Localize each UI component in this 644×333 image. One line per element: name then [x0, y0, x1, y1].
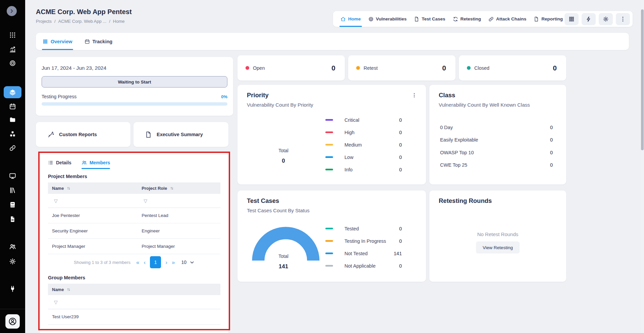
- sidebar-expand-button[interactable]: [7, 6, 17, 16]
- nav-tab-vulnerabilities[interactable]: Vulnerabilities: [368, 11, 407, 27]
- home-icon: [340, 16, 346, 22]
- legend-item-medium[interactable]: Medium 0: [325, 138, 426, 151]
- donut-center: Total 141: [267, 254, 300, 270]
- card-menu-button[interactable]: [410, 91, 419, 100]
- page-size-select[interactable]: 10: [181, 260, 195, 265]
- first-page-button[interactable]: «: [136, 260, 139, 265]
- books-icon: [9, 187, 16, 194]
- member-name: Joe Pentester: [48, 213, 138, 218]
- nav-tab-test-cases[interactable]: Test Cases: [414, 11, 445, 27]
- sidebar-item-projects-active[interactable]: [4, 86, 21, 98]
- column-header-name[interactable]: Name↑↓: [48, 287, 220, 292]
- sidebar-item-apps[interactable]: [0, 29, 25, 41]
- tab-members[interactable]: Members: [82, 160, 110, 169]
- nav-tab-retesting[interactable]: Retesting: [453, 11, 481, 27]
- last-page-button[interactable]: »: [172, 260, 175, 265]
- legend-item-not-applicable[interactable]: Not Applicable 0: [325, 260, 426, 272]
- view-retesting-button[interactable]: View Retesting: [476, 241, 520, 254]
- nav-tab-attack-chains[interactable]: Attack Chains: [488, 11, 526, 27]
- legend-value: 0: [399, 130, 402, 135]
- sidebar-item-files[interactable]: [0, 113, 25, 125]
- group-members-filter-row: ▽: [48, 295, 220, 309]
- sidebar-item-plugins[interactable]: [0, 283, 25, 295]
- schedule-card: Jun 17, 2024 - Jun 23, 2024 Waiting to S…: [36, 57, 233, 116]
- page-size-value: 10: [181, 260, 186, 265]
- table-row[interactable]: Project Manager Project Manager: [48, 239, 220, 254]
- legend-item-low[interactable]: Low 0: [325, 151, 426, 163]
- nav-action-buttons: [565, 13, 630, 25]
- column-label: Name: [52, 287, 64, 292]
- sidebar-item-runbooks[interactable]: [0, 199, 25, 211]
- quick-actions-button[interactable]: [582, 13, 596, 25]
- legend-item-critical[interactable]: Critical 0: [325, 114, 426, 126]
- sidebar-item-library[interactable]: [0, 184, 25, 196]
- class-value: 0: [550, 125, 553, 130]
- column-header-project-role[interactable]: Project Role↑↓: [138, 186, 220, 191]
- nav-tab-home[interactable]: Home: [340, 11, 361, 27]
- legend-swatch: [325, 119, 333, 121]
- status-dot: [467, 66, 471, 70]
- document-icon: [145, 131, 152, 138]
- filter-icon[interactable]: ▽: [54, 198, 58, 204]
- tab-details[interactable]: Details: [48, 160, 71, 169]
- file-icon: [9, 216, 16, 223]
- nav-tab-reporting[interactable]: Reporting: [534, 11, 563, 27]
- tab-overview[interactable]: Overview: [43, 33, 72, 50]
- legend-label: Medium: [344, 142, 362, 148]
- filter-icon[interactable]: ▽: [144, 198, 147, 204]
- status-count: 0: [442, 64, 446, 72]
- scrollbar-thumb[interactable]: [641, 9, 644, 150]
- legend-item-not-tested[interactable]: Not Tested 141: [325, 247, 426, 260]
- pagination: Showing 1 to 3 of 3 members « ‹ 1 › » 10: [48, 254, 220, 270]
- sort-icon: ↑↓: [67, 186, 69, 190]
- settings-button[interactable]: [599, 13, 613, 25]
- member-name: Security Engineer: [48, 228, 138, 233]
- document-icon: [534, 16, 539, 22]
- status-badge: Waiting to Start: [42, 76, 227, 88]
- card-title: Test Cases: [247, 197, 279, 205]
- sidebar-item-analytics[interactable]: [0, 43, 25, 55]
- breadcrumb-home: Home: [113, 19, 125, 24]
- sidebar-item-vulnerabilities[interactable]: [0, 57, 25, 69]
- sidebar-item-documents[interactable]: [0, 213, 25, 225]
- table-row[interactable]: Test User239: [48, 309, 220, 325]
- current-page-button[interactable]: 1: [150, 256, 161, 268]
- legend-label: High: [344, 130, 355, 135]
- class-row-cwe-top-25: CWE Top 25 0: [440, 159, 553, 172]
- sidebar-item-modules[interactable]: [0, 128, 25, 140]
- sidebar-item-integrations[interactable]: [0, 142, 25, 154]
- link-icon: [488, 16, 494, 22]
- tab-label: Members: [90, 160, 110, 165]
- legend-label: Tested: [344, 226, 359, 231]
- filter-icon[interactable]: ▽: [54, 299, 58, 305]
- tab-tracking[interactable]: Tracking: [85, 33, 113, 50]
- refresh-icon: [453, 16, 458, 22]
- table-row[interactable]: Security Engineer Engineer: [48, 223, 220, 239]
- sidebar-item-assets[interactable]: [0, 170, 25, 182]
- table-row[interactable]: Joe Pentester Pentest Lead: [48, 208, 220, 223]
- breadcrumb-project-name[interactable]: ACME Corp. Web App ...: [58, 19, 107, 24]
- sidebar-item-settings[interactable]: [0, 255, 25, 267]
- status-count: 0: [331, 64, 335, 72]
- legend-item-testing-in-progress[interactable]: Testing In Progress 0: [325, 235, 426, 247]
- sidebar: [0, 0, 25, 333]
- status-dot: [356, 66, 360, 70]
- target-icon: [368, 16, 374, 22]
- previous-page-button[interactable]: ‹: [144, 260, 146, 265]
- apps-grid-button[interactable]: [565, 13, 579, 25]
- next-page-button[interactable]: ›: [165, 260, 167, 265]
- legend-item-info[interactable]: Info 0: [325, 163, 426, 176]
- breadcrumb-projects[interactable]: Projects: [36, 19, 52, 24]
- status-label: Retest: [364, 65, 378, 71]
- legend-item-high[interactable]: High 0: [325, 126, 426, 138]
- more-options-button[interactable]: [616, 13, 630, 25]
- executive-summary-card[interactable]: Executive Summary: [133, 122, 228, 147]
- sidebar-item-calendar[interactable]: [0, 100, 25, 112]
- retest-status-card: Retest 0: [348, 55, 455, 80]
- user-avatar-button[interactable]: [5, 314, 20, 329]
- legend-item-tested[interactable]: Tested 0: [325, 222, 426, 235]
- custom-reports-card[interactable]: Custom Reports: [36, 122, 130, 147]
- sidebar-item-users[interactable]: [0, 240, 25, 253]
- column-header-name[interactable]: Name↑↓: [48, 186, 138, 191]
- column-label: Name: [52, 186, 64, 191]
